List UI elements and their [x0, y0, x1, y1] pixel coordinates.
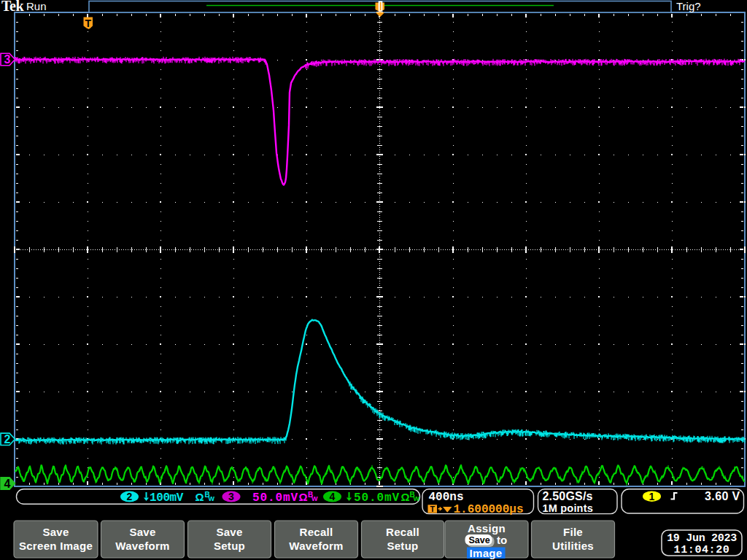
- svg-text:Assign: Assign: [468, 522, 506, 534]
- svg-text:T: T: [85, 18, 92, 29]
- svg-text:3: 3: [4, 53, 11, 66]
- svg-text:Setup: Setup: [387, 540, 418, 552]
- svg-text:Recall: Recall: [386, 526, 419, 538]
- svg-text:2.50GS/s: 2.50GS/s: [543, 490, 593, 502]
- svg-text:Waveform: Waveform: [115, 540, 169, 552]
- svg-text:Ω: Ω: [401, 491, 410, 503]
- svg-text:to: to: [497, 534, 507, 546]
- svg-text:Ω: Ω: [196, 491, 204, 503]
- svg-text:2: 2: [4, 433, 11, 446]
- svg-text:50.0mV: 50.0mV: [354, 491, 400, 505]
- svg-text:Waveform: Waveform: [289, 540, 343, 552]
- svg-text:11:04:20: 11:04:20: [674, 544, 730, 556]
- svg-text:50.0mV: 50.0mV: [252, 491, 298, 505]
- svg-text:Utilities: Utilities: [552, 540, 594, 552]
- svg-text:100mV: 100mV: [150, 491, 184, 505]
- svg-text:File: File: [563, 526, 583, 538]
- svg-text:1.600000µs: 1.600000µs: [454, 503, 524, 516]
- svg-text:W: W: [414, 495, 420, 502]
- svg-text:Save: Save: [129, 526, 155, 538]
- svg-text:Image: Image: [470, 547, 503, 559]
- svg-text:Tek: Tek: [1, 0, 24, 14]
- svg-text:2: 2: [127, 491, 133, 502]
- svg-text:4: 4: [4, 478, 11, 490]
- svg-text:3.60 V: 3.60 V: [705, 490, 740, 502]
- svg-text:4: 4: [330, 491, 336, 502]
- svg-text:Ω: Ω: [299, 491, 308, 503]
- svg-text:Save: Save: [468, 535, 489, 545]
- svg-text:3: 3: [228, 491, 234, 502]
- svg-text:Save: Save: [42, 526, 69, 538]
- svg-text:Setup: Setup: [214, 540, 245, 552]
- svg-text:Trig?: Trig?: [676, 0, 701, 12]
- svg-text:Recall: Recall: [300, 526, 333, 538]
- svg-text:W: W: [311, 495, 318, 502]
- svg-text:19 Jun 2023: 19 Jun 2023: [667, 532, 737, 545]
- svg-text:1: 1: [649, 491, 655, 502]
- svg-text:T: T: [430, 505, 435, 513]
- svg-text:1M points: 1M points: [543, 502, 593, 514]
- svg-text:W: W: [209, 495, 215, 502]
- svg-text:400ns: 400ns: [429, 491, 464, 504]
- svg-text:Run: Run: [26, 0, 47, 12]
- svg-text:Screen Image: Screen Image: [19, 540, 93, 552]
- svg-text:Save: Save: [216, 526, 242, 538]
